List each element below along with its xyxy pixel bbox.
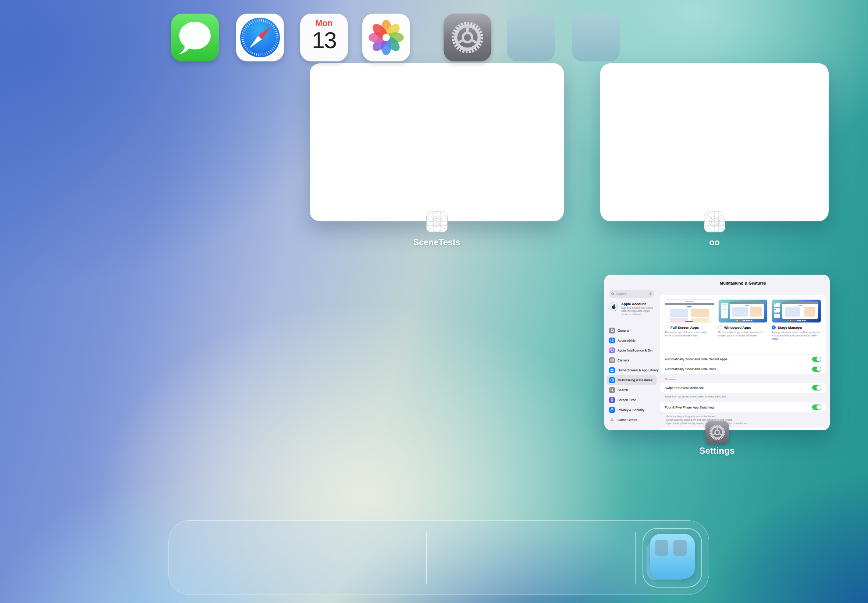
accessibility-icon (609, 337, 615, 343)
four-five-finger-row: Four & Five Finger App Switching (660, 402, 826, 412)
settings-search-input[interactable]: Search (609, 290, 654, 298)
sidebar-item-screen-time[interactable]: Screen Time (607, 395, 656, 405)
mode-stage-manager[interactable]: ✓ Stage Manager Arrange windows across m… (772, 299, 821, 340)
settings-main-panel: Full Screen Apps Always use apps full sc… (660, 275, 826, 430)
search-icon (611, 292, 614, 295)
menu-bar-footnote: Swipe from top center of the screen to r… (665, 395, 726, 398)
finger-switching-toggle-on[interactable] (812, 404, 821, 410)
app-card-settings[interactable]: Multitasking & Gestures Search App (604, 275, 830, 430)
dock-icon-safari[interactable] (236, 14, 284, 62)
apple-account-avatar-icon (609, 302, 619, 312)
card-label-oo: oo (600, 238, 829, 247)
stage-manager-radio-checked[interactable]: ✓ (772, 325, 776, 329)
card-label-scenetests: SceneTests (310, 238, 564, 247)
dock-icon-messages[interactable] (171, 14, 219, 62)
sidebar-item-multitasking-gestures[interactable]: Multitasking & Gestures (607, 375, 656, 385)
privacy-hand-icon (609, 407, 615, 413)
settings-app-icon[interactable] (706, 421, 729, 444)
sidebar-item-camera[interactable]: Camera (607, 355, 656, 365)
safari-compass-icon (240, 18, 280, 57)
settings-sidebar: General Accessibility Apple Intelligence… (607, 325, 656, 425)
apple-account-title: Apple Account (621, 302, 658, 306)
full-screen-apps-preview (665, 299, 714, 323)
partial-row (660, 427, 826, 430)
hourglass-icon (609, 397, 615, 403)
sidebar-item-apple-intelligence-siri[interactable]: Apple Intelligence & Siri (607, 345, 656, 355)
dock-icon-photos[interactable] (362, 14, 410, 62)
game-center-icon (609, 417, 615, 423)
toggle-row-show-hide-dock: Automatically Show and Hide Dock (660, 364, 826, 374)
windowed-apps-description: Resize and arrange multiple windows in a… (718, 331, 768, 337)
apple-account-subtitle: Sign in to access your iCloud data, the … (621, 307, 658, 316)
sidebar-item-home-screen-app-library[interactable]: Home Screen & App Library (607, 365, 656, 375)
dock-icon-placeholder-1[interactable] (507, 14, 555, 62)
swipe-reveal-menu-bar-row: Swipe to Reveal Menu Bar (660, 383, 826, 393)
switcher-window-tile-icon (655, 540, 668, 556)
app-switcher-screen: SceneTests oo Multitasking & Gestures Se… (0, 0, 868, 603)
camera-icon (609, 357, 615, 363)
full-screen-apps-description: Always use apps full screen and swipe Ho… (665, 331, 714, 337)
gear-icon (448, 18, 487, 57)
dock-toggle-on[interactable] (812, 366, 821, 372)
home-screen-grid-icon (609, 367, 615, 373)
calendar-day: 13 (300, 27, 348, 53)
apple-account-row[interactable]: Apple Account Sign in to access your iCl… (609, 302, 658, 316)
mode-full-screen-apps[interactable]: Full Screen Apps Always use apps full sc… (665, 299, 714, 340)
toggle-row-show-hide-recent-apps: Automatically Show and Hide Recent Apps (660, 354, 826, 364)
dock-icon-app-switcher[interactable] (650, 534, 695, 579)
sidebar-item-general[interactable]: General (607, 325, 656, 336)
dock-icon-settings[interactable] (444, 14, 491, 62)
dock-icon-calendar[interactable]: Mon 13 (300, 14, 348, 62)
app-card-scenetests[interactable] (310, 63, 564, 221)
switcher-window-tile-icon (673, 540, 687, 556)
sidebar-search-icon (609, 387, 615, 393)
app-card-oo[interactable] (600, 63, 829, 221)
stage-manager-description: Arrange windows across multiple groups f… (772, 331, 821, 340)
gestures-section-header: Gestures (665, 377, 676, 381)
full-screen-apps-radio[interactable] (665, 325, 668, 329)
sidebar-item-accessibility[interactable]: Accessibility (607, 336, 656, 345)
mode-windowed-apps[interactable]: Windowed Apps Resize and arrange multipl… (718, 299, 768, 340)
scenetests-placeholder-app-icon[interactable] (425, 210, 448, 233)
siri-icon (609, 348, 615, 353)
gear-icon (708, 423, 727, 442)
dock-separator-2 (635, 532, 636, 584)
windowed-apps-preview (718, 299, 768, 323)
sidebar-item-game-center[interactable]: Game Center (607, 415, 656, 425)
display-mode-panel: Full Screen Apps Always use apps full sc… (660, 295, 826, 374)
stage-manager-preview (772, 299, 821, 323)
search-placeholder: Search (616, 292, 647, 296)
recent-apps-toggle-on[interactable] (812, 357, 821, 362)
dock-separator-1 (426, 532, 427, 584)
dock (169, 520, 709, 595)
card-label-settings: Settings (604, 445, 830, 456)
message-bubble-icon (171, 14, 219, 62)
menu-bar-toggle-on[interactable] (812, 385, 821, 391)
dock-icon-placeholder-2[interactable] (572, 14, 620, 62)
multitasking-icon (609, 377, 615, 383)
general-gear-icon (609, 328, 615, 334)
sidebar-item-privacy-security[interactable]: Privacy & Security (607, 405, 656, 415)
windowed-apps-radio[interactable] (718, 325, 723, 329)
oo-placeholder-app-icon[interactable] (703, 210, 726, 233)
mic-icon[interactable] (649, 292, 652, 296)
sidebar-item-search[interactable]: Search (607, 385, 656, 395)
